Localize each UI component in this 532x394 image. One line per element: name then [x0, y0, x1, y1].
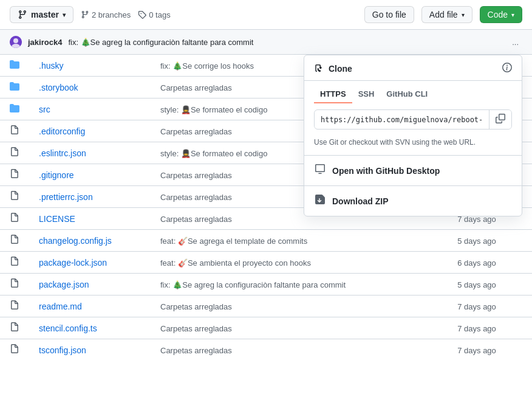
commit-message: fix: 🎄Se agreg la configuraciòn faltante… [68, 38, 502, 47]
file-name-cell: LICENSE [29, 208, 151, 230]
file-name-cell: src [29, 98, 151, 120]
clone-title-text: Clone [329, 64, 352, 74]
file-name-cell: stencil.config.ts [29, 317, 151, 339]
file-name-link[interactable]: package.json [39, 280, 89, 289]
file-time-cell: 5 days ago [448, 230, 532, 252]
code-label: Code [488, 10, 508, 19]
branch-chevron: ▾ [63, 12, 66, 18]
file-name-link[interactable]: package-lock.json [39, 258, 107, 268]
clone-tabs: HTTPS SSH GitHub CLI [304, 81, 522, 103]
clone-dropdown: Clone HTTPS SSH GitHub CLI Use Git or ch… [304, 55, 522, 216]
tags-icon [138, 10, 146, 19]
table-row: readme.md Carpetas arregladas 7 days ago [0, 296, 532, 317]
clone-tab-cli[interactable]: GitHub CLI [380, 86, 434, 103]
file-name-cell: .gitignore [29, 164, 151, 186]
file-time-value: 7 days ago [457, 324, 496, 333]
file-name-cell: tsconfig.json [29, 339, 151, 361]
zip-icon [314, 193, 326, 209]
file-commit-message: Carpetas arregladas [160, 127, 232, 136]
branches-link[interactable]: 2 branches [81, 10, 131, 19]
file-name-link[interactable]: readme.md [39, 302, 82, 311]
file-commit-message: Carpetas arregladas [160, 193, 232, 202]
file-name-link[interactable]: changelog.config.js [39, 236, 112, 246]
file-icon [10, 257, 19, 266]
file-type-cell [0, 142, 29, 164]
file-time-value: 5 days ago [457, 280, 496, 289]
clone-action-zip[interactable]: Download ZIP [304, 186, 522, 216]
file-name-cell: .editorconfig [29, 120, 151, 142]
file-name-link[interactable]: .storybook [39, 83, 78, 92]
file-table-wrapper: .husky fix: 🎄Se corrige los hooks .story… [0, 55, 532, 361]
file-commit-message: style: 💂Se formateo el codigo [160, 149, 267, 158]
clone-tab-ssh[interactable]: SSH [352, 86, 381, 103]
file-icon [10, 147, 19, 157]
folder-icon [10, 103, 19, 113]
svg-point-1 [13, 38, 18, 43]
file-name-cell: package.json [29, 274, 151, 296]
avatar [10, 36, 22, 48]
clone-header: Clone [304, 55, 522, 81]
clone-action-desktop-label: Open with GitHub Desktop [332, 166, 440, 176]
clone-title: Clone [314, 64, 352, 74]
goto-file-button[interactable]: Go to file [364, 6, 414, 23]
file-commit-message: Carpetas arregladas [160, 83, 232, 92]
file-name-link[interactable]: .husky [39, 61, 63, 71]
file-icon [10, 191, 19, 201]
file-commit-message: Carpetas arregladas [160, 324, 232, 333]
branch-button[interactable]: master ▾ [10, 6, 73, 23]
branches-count: 2 branches [92, 10, 131, 19]
code-button[interactable]: Code ▾ [480, 6, 522, 23]
meta-links: 2 branches 0 tags [81, 10, 171, 19]
file-name-link[interactable]: .editorconfig [39, 126, 85, 136]
file-type-cell [0, 296, 29, 317]
file-name-link[interactable]: .eslintrc.json [39, 148, 86, 158]
branches-icon [81, 10, 89, 19]
add-file-label: Add file [429, 10, 458, 19]
clone-help-button[interactable] [502, 63, 512, 74]
file-commit-cell: Carpetas arregladas [151, 317, 448, 339]
file-name-link[interactable]: LICENSE [39, 214, 75, 224]
file-name-cell: .husky [29, 55, 151, 77]
file-icon [10, 169, 19, 179]
folder-icon [10, 60, 19, 69]
clone-url-input[interactable] [315, 112, 489, 128]
file-commit-message: feat: 🎸Se agrega el template de commits [160, 237, 307, 246]
code-chevron: ▾ [511, 12, 514, 18]
file-name-link[interactable]: tsconfig.json [39, 345, 86, 355]
file-commit-cell: Carpetas arregladas [151, 296, 448, 317]
folder-icon [10, 81, 19, 91]
file-time-cell: 5 days ago [448, 274, 532, 296]
table-row: changelog.config.js feat: 🎸Se agrega el … [0, 230, 532, 252]
file-type-cell [0, 55, 29, 77]
file-name-link[interactable]: stencil.config.ts [39, 323, 97, 333]
file-time-cell: 7 days ago [448, 296, 532, 317]
file-icon [10, 213, 19, 223]
file-icon [10, 278, 19, 288]
file-name-link[interactable]: src [39, 105, 50, 114]
file-type-cell [0, 77, 29, 98]
clone-hint: Use Git or checkout with SVN using the w… [304, 136, 522, 155]
file-type-cell [0, 120, 29, 142]
commit-more-button[interactable]: ... [508, 36, 522, 48]
table-row: stencil.config.ts Carpetas arregladas 7 … [0, 317, 532, 339]
file-icon [10, 322, 19, 332]
tags-link[interactable]: 0 tags [138, 10, 170, 19]
file-name-cell: readme.md [29, 296, 151, 317]
add-file-button[interactable]: Add file ▾ [421, 6, 472, 23]
clone-tab-https[interactable]: HTTPS [314, 86, 352, 103]
file-time-value: 6 days ago [457, 258, 496, 268]
clone-action-desktop[interactable]: Open with GitHub Desktop [304, 156, 522, 185]
file-commit-cell: feat: 🎸Se agrega el template de commits [151, 230, 448, 252]
clone-icon [314, 64, 324, 74]
clone-action-zip-label: Download ZIP [332, 196, 389, 206]
file-type-cell [0, 164, 29, 186]
goto-file-label: Go to file [372, 10, 406, 19]
file-time-cell: 6 days ago [448, 252, 532, 274]
file-name-link[interactable]: .prettierrc.json [39, 192, 93, 202]
file-name-link[interactable]: .gitignore [39, 170, 74, 180]
file-commit-message: feat: 🎸Se ambienta el proyecto con hooks [160, 258, 311, 268]
branch-icon [18, 10, 27, 19]
clone-copy-button[interactable] [489, 110, 511, 129]
file-type-cell [0, 230, 29, 252]
branch-label: master [31, 10, 59, 19]
